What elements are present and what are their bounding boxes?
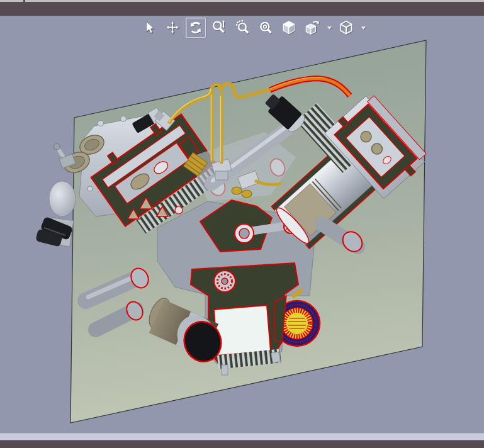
status-bar-light — [0, 434, 484, 440]
rotate-tool-button[interactable] — [186, 18, 206, 38]
rotate-arrows-icon — [188, 20, 204, 36]
model-scene[interactable] — [0, 16, 484, 434]
display-style-tool-dropdown-caret-icon[interactable] — [359, 18, 368, 37]
zoom-selection-tool-button[interactable] — [232, 18, 252, 38]
cursor-arrow-icon — [141, 20, 157, 36]
magnifier-zoom-icon — [211, 20, 227, 36]
viewport-3d[interactable] — [0, 16, 484, 434]
zoom-fit-tool-button[interactable] — [256, 18, 276, 38]
magnifier-target-icon — [257, 20, 274, 36]
magnifier-dots-icon — [234, 20, 250, 36]
select-tool-button[interactable] — [139, 18, 159, 38]
pan-arrows-icon — [164, 20, 181, 36]
cube-arrow-icon — [304, 20, 320, 36]
status-bar-dark — [0, 440, 484, 448]
wireframe-cube-icon — [338, 20, 354, 36]
title-bar — [0, 2, 484, 16]
display-style-tool-button[interactable] — [336, 18, 356, 38]
solid-cube-icon — [281, 20, 297, 36]
left-accessories[interactable] — [35, 143, 76, 247]
fuel-pump-dome — [49, 181, 76, 216]
view-orientation-tool-button[interactable] — [302, 18, 322, 38]
view-toolbar — [139, 17, 370, 38]
shaded-view-tool-button[interactable] — [279, 18, 299, 38]
zoom-tool-button[interactable] — [209, 18, 229, 38]
view-orientation-tool-dropdown-caret-icon[interactable] — [325, 18, 334, 37]
pan-tool-button[interactable] — [162, 18, 183, 38]
